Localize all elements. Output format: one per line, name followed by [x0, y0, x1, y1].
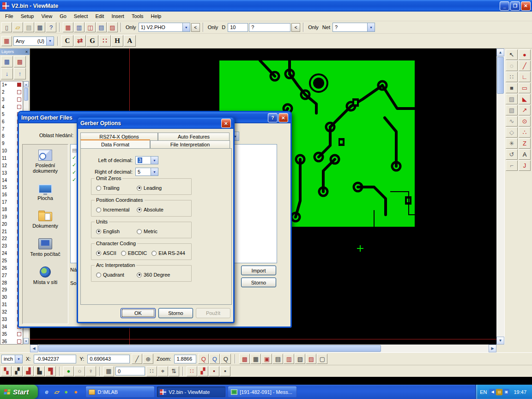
aperture-table-icon[interactable]: ▥: [74, 22, 85, 32]
vertical-scrollbar[interactable]: ▲ ▼: [496, 48, 504, 345]
radio-icon[interactable]: [96, 229, 101, 234]
save-icon[interactable]: ▤: [24, 22, 34, 32]
layer-color-swatch[interactable]: [17, 332, 21, 336]
ok-button[interactable]: OK: [121, 308, 156, 318]
tab-data-format[interactable]: Data Format: [80, 139, 150, 148]
measure-corner-icon[interactable]: ⌐: [506, 160, 518, 171]
net-combo[interactable]: ? ▼: [332, 23, 375, 32]
dot-pattern-2-icon[interactable]: ▞: [198, 366, 208, 376]
browser-icon[interactable]: ●: [72, 388, 80, 396]
menu-setup[interactable]: Setup: [17, 12, 38, 20]
dropdown-arrow-icon[interactable]: ▼: [367, 23, 375, 31]
radio-option[interactable]: ASCII: [96, 250, 116, 256]
layers-panel-header[interactable]: Layers ✕: [0, 48, 30, 55]
radio-icon[interactable]: [137, 207, 142, 212]
draw-line-icon[interactable]: ╱: [519, 60, 531, 71]
text-label-icon[interactable]: A: [519, 149, 531, 160]
radio-option[interactable]: Metric: [137, 229, 157, 234]
only-layer-label[interactable]: Only: [124, 24, 138, 30]
measure-icon[interactable]: ╱: [132, 354, 142, 364]
scroll-up-icon[interactable]: ▲: [496, 48, 504, 56]
start-button[interactable]: Start: [0, 385, 38, 399]
scroll-thumb[interactable]: [38, 345, 381, 352]
draw-arrow-icon[interactable]: ↗: [519, 105, 531, 115]
highlight-tool-icon[interactable]: H: [111, 35, 123, 47]
select-any-icon[interactable]: ▦: [1, 36, 12, 46]
place-my-computer[interactable]: Tento počítač: [23, 233, 68, 261]
layer-row[interactable]: 36: [0, 338, 23, 345]
dropdown-arrow-icon[interactable]: ▼: [151, 157, 158, 164]
radio-option[interactable]: 360 Degree: [137, 272, 170, 278]
fill-square-icon[interactable]: ■: [506, 83, 518, 93]
menu-tools[interactable]: Tools: [128, 12, 147, 20]
radio-icon[interactable]: [121, 251, 126, 256]
open-folder-icon[interactable]: ▱: [12, 22, 23, 32]
pad-style-5-icon[interactable]: ▜: [45, 366, 56, 376]
draw-polygon-icon[interactable]: ◣: [519, 94, 531, 104]
pad-style-1-icon[interactable]: ▚: [1, 366, 12, 376]
swap-tool-icon[interactable]: ⇄: [74, 35, 86, 47]
dcode-input[interactable]: 10: [228, 23, 248, 32]
layer-row[interactable]: 2: [0, 89, 23, 96]
radio-icon[interactable]: [96, 272, 101, 278]
radio-icon[interactable]: [96, 251, 101, 256]
hatch-alt-icon[interactable]: ▧: [506, 105, 518, 115]
radio-icon[interactable]: [96, 207, 101, 212]
scroll-down-icon[interactable]: ▼: [24, 338, 29, 344]
draw-curve-icon[interactable]: ∿: [506, 116, 518, 127]
tab-file-interpretation[interactable]: File Interpretation: [150, 140, 230, 148]
radio-option[interactable]: EBCDIC: [121, 250, 147, 256]
place-recent-docs[interactable]: Poslední dokumenty: [23, 145, 68, 178]
dropdown-arrow-icon[interactable]: ▼: [151, 168, 158, 175]
prev-layer-button[interactable]: <: [191, 23, 200, 32]
print-icon[interactable]: ▦: [35, 22, 45, 32]
scroll-left-icon[interactable]: ◀: [30, 345, 38, 352]
draw-dots-icon[interactable]: ∴: [519, 127, 531, 138]
zoom-window-icon[interactable]: Q: [220, 354, 231, 364]
rotate-tool-icon[interactable]: ↺: [506, 149, 518, 160]
hook-tool-icon[interactable]: J: [519, 160, 531, 171]
taskbar-item-mlab[interactable]: D:\MLAB: [85, 386, 155, 398]
radio-option[interactable]: EIA RS-244: [151, 250, 185, 256]
right-of-decimal-combo[interactable]: 5 ▼: [135, 168, 158, 176]
probe-icon[interactable]: ♀: [85, 366, 96, 376]
dot-pattern-3-icon[interactable]: ▪: [209, 366, 219, 376]
dcode-query-input[interactable]: ?: [249, 23, 290, 32]
display-tray-icon[interactable]: ▣: [503, 389, 509, 395]
dcode-table-icon[interactable]: ◫: [85, 22, 96, 32]
menu-view[interactable]: View: [37, 12, 56, 20]
only-net-label[interactable]: Only: [307, 24, 320, 30]
select-filter-combo[interactable]: Any (U) ▼: [13, 36, 54, 46]
view-traces-icon[interactable]: ▤: [272, 354, 283, 364]
left-of-decimal-combo[interactable]: 3 ▼: [135, 156, 158, 164]
count-field[interactable]: 0: [115, 367, 145, 375]
radio-option[interactable]: Incremental: [96, 207, 132, 212]
online-status-icon[interactable]: ●: [63, 366, 74, 376]
view-film-icon[interactable]: ▩: [239, 354, 250, 364]
lamp-off-icon[interactable]: ○: [74, 366, 85, 376]
layer-row[interactable]: 3: [0, 96, 23, 103]
select-cursor-icon[interactable]: ↖: [506, 49, 518, 60]
place-desktop[interactable]: Plocha: [23, 178, 68, 206]
draw-rect-icon[interactable]: ▭: [519, 83, 531, 93]
radio-option[interactable]: English: [96, 229, 132, 234]
dot-pattern-1-icon[interactable]: ∷: [187, 366, 197, 376]
language-indicator[interactable]: EN: [480, 389, 487, 395]
radio-icon[interactable]: [96, 186, 101, 191]
view-pads-icon[interactable]: ▣: [261, 354, 272, 364]
new-file-icon[interactable]: ▯: [1, 22, 12, 32]
pan-arrows-icon[interactable]: ⇅: [169, 366, 179, 376]
radio-option[interactable]: Trailing: [96, 185, 132, 191]
taskbar-item-viewmate[interactable]: V2.bin - ViewMate: [157, 386, 226, 398]
taskbar-item-message[interactable]: [191-482-091] - Mess...: [228, 386, 297, 398]
prev-dcode-button[interactable]: <: [291, 23, 300, 32]
menu-go[interactable]: Go: [56, 12, 70, 20]
place-network-places[interactable]: Místa v síti: [23, 261, 68, 290]
layer-color-swatch[interactable]: [17, 83, 21, 87]
layer-combo[interactable]: 1) V2.PHO ▼: [139, 23, 190, 32]
radio-icon[interactable]: [137, 272, 142, 278]
film-table-icon[interactable]: ▤: [96, 22, 107, 32]
dialog-help-button[interactable]: ?: [268, 113, 278, 122]
menu-edit[interactable]: Edit: [91, 12, 108, 20]
ie-icon[interactable]: e: [42, 388, 51, 396]
